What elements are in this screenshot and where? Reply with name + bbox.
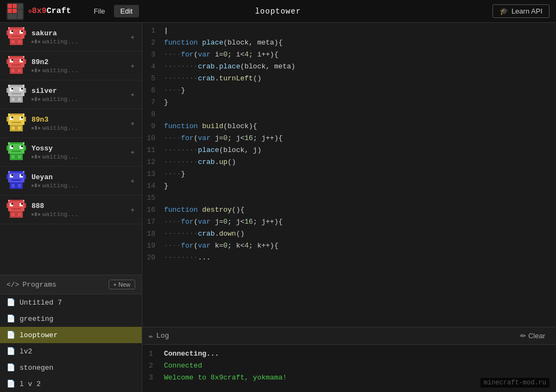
robot-name: 888: [31, 202, 130, 210]
svg-rect-83: [21, 174, 23, 176]
program-item[interactable]: 📄 greeting: [0, 311, 142, 327]
editor-area: 1 2 function place(block, meta){ 3 ····f…: [142, 23, 556, 392]
program-name: lv2: [20, 347, 32, 356]
svg-rect-60: [11, 127, 15, 130]
line-number: 3: [142, 49, 164, 61]
svg-rect-61: [18, 127, 21, 130]
svg-rect-69: [21, 146, 23, 147]
svg-rect-75: [18, 155, 21, 159]
program-name: Untitled 7: [20, 299, 62, 307]
robot-add-icon[interactable]: ✦: [130, 204, 135, 215]
program-file-icon: 📄: [7, 363, 15, 372]
programs-title: </> Programs: [7, 281, 109, 289]
learn-api-button[interactable]: 🎓 Learn API: [492, 4, 549, 18]
robot-add-icon[interactable]: ✦: [130, 147, 135, 157]
bar1: [31, 127, 34, 129]
robot-name: silver: [31, 87, 130, 95]
svg-rect-26: [11, 59, 13, 61]
robot-status-text: waiting...: [42, 125, 78, 131]
file-menu-btn[interactable]: File: [87, 5, 112, 17]
robot-name: 89n2: [31, 58, 130, 66]
logo-text: ⚙8x9Craft: [28, 7, 71, 16]
robot-item[interactable]: Yossy waiting... ✦: [0, 138, 142, 167]
edit-menu-btn[interactable]: Edit: [114, 5, 139, 17]
new-program-button[interactable]: + New: [109, 280, 136, 289]
graduation-icon: 🎓: [500, 7, 508, 15]
robot-item[interactable]: 888 waiting... ✦: [0, 195, 142, 224]
svg-rect-34: [8, 56, 10, 58]
code-line: 4 ········crab.place(block, meta): [142, 61, 556, 73]
robot-status-text: waiting...: [42, 39, 78, 45]
status-bars: [31, 212, 40, 216]
svg-rect-58: [24, 117, 26, 122]
robot-add-icon[interactable]: ✦: [130, 118, 135, 129]
robot-add-icon[interactable]: ✦: [130, 89, 135, 100]
svg-rect-20: [8, 27, 10, 29]
robot-info: sakura waiting...: [31, 29, 130, 45]
robot-item[interactable]: 89n2 waiting... ✦: [0, 52, 142, 80]
log-line: 2 Connected: [149, 360, 549, 372]
robot-status-text: waiting...: [42, 96, 78, 103]
robot-avatar: [7, 85, 26, 104]
bar1: [31, 185, 34, 187]
svg-rect-18: [11, 40, 15, 43]
robot-avatar: [7, 171, 26, 191]
program-file-icon: 📄: [7, 331, 15, 339]
svg-rect-15: [7, 30, 8, 35]
program-item[interactable]: 📄 stonegen: [0, 359, 142, 376]
status-bars: [31, 126, 40, 130]
program-item[interactable]: 📄 Untitled 7: [0, 294, 142, 311]
program-item[interactable]: 📄 lv2: [0, 343, 142, 359]
program-name: l v 2: [20, 380, 41, 388]
svg-rect-16: [24, 30, 26, 35]
log-line: 1 Connecting...: [149, 348, 549, 360]
svg-rect-78: [10, 171, 23, 173]
svg-rect-47: [18, 98, 21, 101]
line-number: 14: [142, 180, 164, 192]
code-line: 20 ········...: [142, 252, 556, 264]
line-number: 20: [142, 252, 164, 264]
pencil-icon: ✏: [149, 332, 153, 340]
program-item[interactable]: 📄 looptower: [0, 327, 142, 343]
svg-rect-105: [23, 200, 24, 201]
svg-rect-29: [7, 59, 8, 64]
svg-rect-2: [12, 4, 17, 8]
robot-item[interactable]: Ueyan waiting... ✦: [0, 167, 142, 195]
robot-item[interactable]: sakura waiting... ✦: [0, 23, 142, 52]
svg-rect-96: [11, 203, 13, 205]
svg-rect-92: [10, 200, 23, 201]
svg-rect-86: [24, 174, 26, 179]
svg-rect-63: [23, 113, 24, 115]
robot-item[interactable]: silver waiting... ✦: [0, 80, 142, 109]
svg-rect-103: [18, 213, 21, 216]
svg-rect-56: [11, 122, 21, 123]
code-line: 16 function destroy(){: [142, 204, 556, 216]
robot-add-icon[interactable]: ✦: [130, 175, 135, 186]
robot-item[interactable]: 89n3 waiting... ✦: [0, 109, 142, 138]
svg-rect-99: [7, 203, 8, 208]
robot-add-icon[interactable]: ✦: [130, 31, 135, 42]
programs-section: </> Programs + New 📄 Untitled 7 📄 greeti…: [0, 275, 142, 392]
svg-rect-48: [8, 85, 10, 86]
robot-add-icon[interactable]: ✦: [130, 60, 135, 71]
robot-avatar: [7, 27, 26, 47]
svg-rect-102: [11, 213, 15, 216]
code-line: 15: [142, 192, 556, 204]
program-item[interactable]: 📄 l v 2: [0, 376, 142, 392]
clear-button[interactable]: ✏ Clear: [516, 331, 549, 341]
robot-status: waiting...: [31, 96, 130, 103]
robot-status: waiting...: [31, 125, 130, 131]
robot-avatar: [7, 56, 26, 75]
bar3: [38, 98, 40, 100]
line-number: 11: [142, 144, 164, 156]
robot-info: silver waiting...: [31, 87, 130, 103]
code-line: 12 ········crab.up(): [142, 156, 556, 168]
line-number: 1: [142, 25, 164, 37]
svg-rect-5: [17, 4, 23, 9]
code-editor[interactable]: 1 2 function place(block, meta){ 3 ····f…: [142, 23, 556, 327]
code-line: 14 }: [142, 180, 556, 192]
svg-rect-76: [8, 142, 10, 144]
svg-rect-13: [21, 30, 23, 32]
bar1: [31, 156, 34, 158]
log-line-text: Connecting...: [164, 348, 219, 360]
